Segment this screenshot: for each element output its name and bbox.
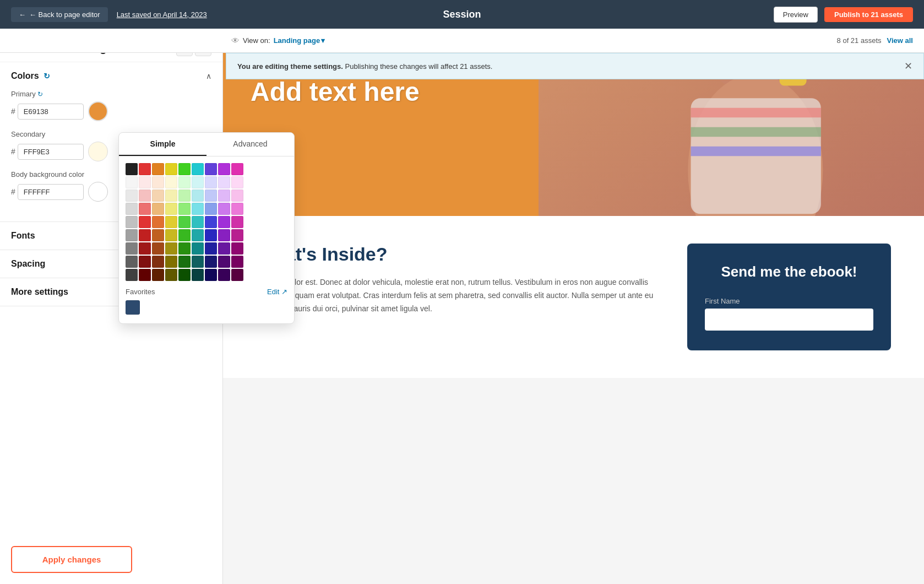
color-cell[interactable]	[178, 163, 191, 175]
color-cell[interactable]	[178, 256, 191, 268]
view-on-dropdown[interactable]: Landing page ▾	[274, 36, 325, 45]
favorites-edit-link[interactable]: Edit ↗	[267, 288, 287, 296]
color-cell[interactable]	[126, 216, 138, 228]
first-name-input[interactable]	[705, 309, 873, 331]
color-cell[interactable]	[231, 256, 243, 268]
color-cell[interactable]	[139, 256, 151, 268]
color-cell[interactable]	[192, 242, 204, 255]
apply-changes-button[interactable]: Apply changes	[11, 546, 132, 573]
color-cell[interactable]	[192, 163, 204, 175]
color-cell[interactable]	[205, 216, 217, 228]
color-cell[interactable]	[192, 203, 204, 215]
color-cell[interactable]	[231, 242, 243, 255]
color-cell[interactable]	[139, 190, 151, 202]
body-bg-color-swatch[interactable]	[88, 182, 108, 202]
color-cell[interactable]	[231, 269, 243, 281]
color-cell[interactable]	[218, 256, 230, 268]
color-cell[interactable]	[178, 216, 191, 228]
color-cell[interactable]	[205, 176, 217, 188]
color-cell[interactable]	[152, 256, 164, 268]
color-cell[interactable]	[205, 269, 217, 281]
color-cell[interactable]	[139, 176, 151, 188]
color-cell[interactable]	[139, 203, 151, 215]
color-cell[interactable]	[205, 190, 217, 202]
color-cell[interactable]	[126, 242, 138, 255]
color-cell[interactable]	[165, 176, 177, 188]
color-cell[interactable]	[192, 216, 204, 228]
color-cell[interactable]	[231, 229, 243, 241]
color-cell[interactable]	[139, 216, 151, 228]
colors-section-header[interactable]: Colors ↻ ∧	[0, 62, 222, 90]
color-cell[interactable]	[192, 176, 204, 188]
banner-close-button[interactable]: ✕	[904, 60, 912, 72]
color-cell[interactable]	[192, 190, 204, 202]
secondary-color-swatch[interactable]	[88, 142, 108, 161]
view-all-link[interactable]: View all	[887, 36, 913, 45]
color-cell[interactable]	[152, 216, 164, 228]
color-cell[interactable]	[231, 203, 243, 215]
color-cell[interactable]	[152, 229, 164, 241]
color-cell[interactable]	[192, 269, 204, 281]
color-cell[interactable]	[178, 269, 191, 281]
color-cell[interactable]	[192, 229, 204, 241]
color-cell[interactable]	[152, 176, 164, 188]
color-cell[interactable]	[192, 256, 204, 268]
color-cell[interactable]	[231, 176, 243, 188]
color-cell[interactable]	[165, 163, 177, 175]
primary-color-swatch[interactable]	[88, 101, 108, 121]
color-cell[interactable]	[218, 163, 230, 175]
color-cell[interactable]	[126, 163, 138, 175]
color-cell[interactable]	[165, 269, 177, 281]
color-cell[interactable]	[126, 176, 138, 188]
color-cell[interactable]	[218, 190, 230, 202]
color-cell[interactable]	[126, 229, 138, 241]
color-cell[interactable]	[231, 190, 243, 202]
color-cell[interactable]	[139, 229, 151, 241]
color-cell[interactable]	[165, 216, 177, 228]
color-cell[interactable]	[152, 269, 164, 281]
color-cell[interactable]	[165, 242, 177, 255]
color-cell[interactable]	[218, 203, 230, 215]
color-cell[interactable]	[231, 163, 243, 175]
color-cell[interactable]	[231, 216, 243, 228]
color-cell[interactable]	[205, 256, 217, 268]
color-cell[interactable]	[152, 242, 164, 255]
color-cell[interactable]	[218, 269, 230, 281]
color-cell[interactable]	[126, 190, 138, 202]
color-cell[interactable]	[165, 256, 177, 268]
color-cell[interactable]	[218, 176, 230, 188]
color-cell[interactable]	[218, 229, 230, 241]
color-cell[interactable]	[139, 269, 151, 281]
color-cell[interactable]	[178, 176, 191, 188]
color-cell[interactable]	[178, 203, 191, 215]
color-cell[interactable]	[205, 242, 217, 255]
tab-simple[interactable]: Simple	[119, 133, 206, 156]
color-cell[interactable]	[178, 190, 191, 202]
color-cell[interactable]	[152, 203, 164, 215]
color-cell[interactable]	[152, 163, 164, 175]
color-cell[interactable]	[178, 229, 191, 241]
primary-color-input[interactable]: E69138	[18, 104, 84, 120]
color-cell[interactable]	[178, 242, 191, 255]
color-cell[interactable]	[218, 242, 230, 255]
color-cell[interactable]	[165, 203, 177, 215]
color-cell[interactable]	[165, 190, 177, 202]
color-cell[interactable]	[165, 229, 177, 241]
color-cell[interactable]	[126, 256, 138, 268]
publish-button[interactable]: Publish to 21 assets	[824, 7, 913, 22]
back-to-editor-button[interactable]: ← ← Back to page editor	[11, 7, 108, 22]
tab-advanced[interactable]: Advanced	[206, 133, 294, 156]
color-cell[interactable]	[139, 242, 151, 255]
color-cell[interactable]	[126, 269, 138, 281]
color-cell[interactable]	[152, 190, 164, 202]
color-cell[interactable]	[205, 163, 217, 175]
color-cell[interactable]	[139, 163, 151, 175]
color-cell[interactable]	[205, 203, 217, 215]
favorite-color-swatch[interactable]	[126, 300, 140, 315]
color-cell[interactable]	[205, 229, 217, 241]
body-bg-color-input[interactable]	[18, 184, 84, 200]
preview-button[interactable]: Preview	[774, 7, 818, 23]
last-saved-link[interactable]: Last saved on April 14, 2023	[117, 10, 207, 19]
color-cell[interactable]	[126, 203, 138, 215]
color-cell[interactable]	[218, 216, 230, 228]
